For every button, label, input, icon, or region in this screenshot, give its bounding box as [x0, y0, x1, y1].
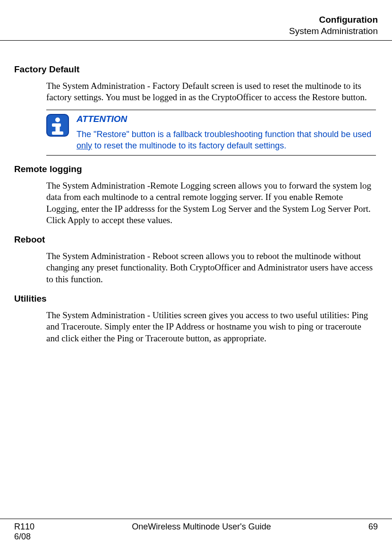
section-heading-factory-default: Factory Default — [14, 64, 378, 75]
body-text-utilities: The System Administration - Utilities sc… — [46, 310, 376, 344]
body-text-reboot: The System Administration - Reboot scree… — [46, 251, 376, 285]
info-icon — [46, 114, 69, 137]
header-title: Configuration — [14, 14, 378, 26]
attention-callout: ATTENTION The "Restore" button is a fall… — [46, 110, 376, 156]
footer-doc-title: OneWireless Multinode User's Guide — [34, 522, 368, 532]
attention-body-underline: only — [77, 141, 92, 150]
attention-text: ATTENTION The "Restore" button is a fall… — [77, 114, 376, 151]
attention-body-post: to reset the multinode to its factory de… — [92, 141, 286, 150]
page-content: Factory Default The System Administratio… — [0, 41, 392, 345]
footer-page-number: 69 — [368, 522, 378, 532]
attention-body-pre: The "Restore" button is a fallback troub… — [77, 130, 371, 139]
body-text-remote-logging: The System Administration -Remote Loggin… — [46, 180, 376, 226]
footer-revision: R110 — [14, 522, 34, 532]
footer-date: 6/08 — [14, 532, 378, 542]
svg-point-2 — [55, 118, 60, 122]
svg-rect-5 — [52, 131, 63, 135]
attention-body: The "Restore" button is a fallback troub… — [77, 129, 376, 151]
page-header: Configuration System Administration — [0, 14, 392, 41]
section-heading-utilities: Utilities — [14, 294, 378, 304]
section-heading-remote-logging: Remote logging — [14, 164, 378, 174]
section-heading-reboot: Reboot — [14, 234, 378, 245]
body-text-factory-default: The System Administration - Factory Defa… — [46, 80, 376, 104]
page-footer: R110 OneWireless Multinode User's Guide … — [0, 519, 392, 542]
header-subtitle: System Administration — [14, 26, 378, 37]
attention-title: ATTENTION — [77, 114, 376, 124]
